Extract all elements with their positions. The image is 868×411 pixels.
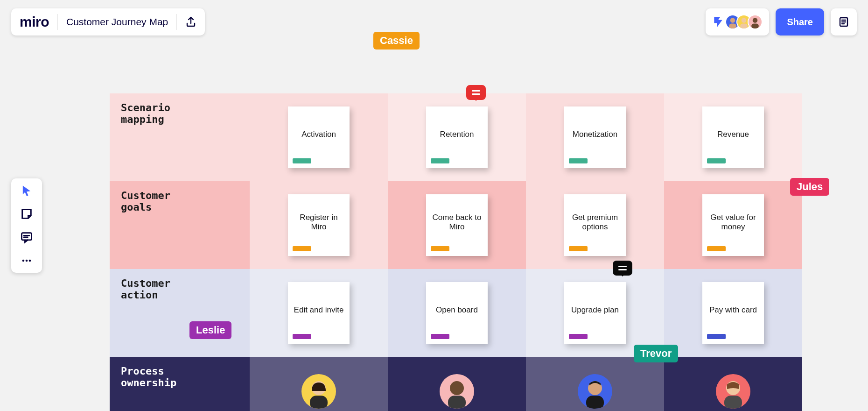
cell[interactable]: Revenue bbox=[664, 93, 802, 181]
note-tag bbox=[707, 334, 726, 339]
cell[interactable]: .r1 .bubble::after{border-top-color:#e63… bbox=[388, 93, 526, 181]
note-tag bbox=[707, 246, 726, 251]
topbar-left: miro Customer Journey Map bbox=[11, 8, 205, 35]
note-tag bbox=[293, 334, 311, 339]
svg-point-0 bbox=[730, 18, 735, 23]
cursor-tag-jules: Jules bbox=[790, 178, 829, 196]
left-toolbox bbox=[11, 178, 42, 273]
comment-tool-icon[interactable] bbox=[20, 231, 33, 244]
note-text: Retention bbox=[440, 130, 474, 139]
note-tag bbox=[569, 158, 588, 163]
avatar[interactable] bbox=[748, 14, 763, 29]
note-tag bbox=[431, 158, 449, 163]
owner-avatar[interactable] bbox=[578, 374, 612, 409]
note-tag bbox=[569, 246, 588, 251]
sticky-note[interactable]: Monetization bbox=[564, 106, 626, 168]
row-label: Scenario mapping bbox=[110, 93, 250, 181]
cell[interactable] bbox=[250, 357, 388, 411]
svg-rect-5 bbox=[752, 24, 759, 29]
svg-point-18 bbox=[450, 381, 464, 395]
cell[interactable]: Edit and invite bbox=[250, 269, 388, 357]
topbar-right: Share bbox=[706, 8, 857, 35]
note-text: Open board bbox=[436, 305, 478, 315]
svg-rect-17 bbox=[310, 396, 328, 409]
cell[interactable]: Pay with card bbox=[664, 269, 802, 357]
sticky-note[interactable]: Retention bbox=[426, 106, 488, 168]
note-text: Pay with card bbox=[709, 305, 757, 315]
note-text: Get premium options bbox=[569, 213, 621, 232]
sticky-note[interactable]: Pay with card bbox=[702, 282, 764, 344]
svg-point-2 bbox=[742, 18, 747, 23]
sticky-note[interactable]: Come back to Miro bbox=[426, 194, 488, 256]
row-label: Customer action bbox=[110, 269, 250, 357]
cell[interactable] bbox=[526, 357, 664, 411]
sticky-note[interactable]: Upgrade plan bbox=[564, 282, 626, 344]
sticky-note[interactable]: Revenue bbox=[702, 106, 764, 168]
owner-avatar[interactable] bbox=[716, 374, 750, 409]
row-goals: Customer goals Register in Miro Come bac… bbox=[110, 181, 803, 269]
cursor-tag-trevor: Trevor bbox=[634, 345, 678, 362]
svg-rect-23 bbox=[724, 396, 742, 409]
note-tag bbox=[431, 246, 449, 251]
notes-button[interactable] bbox=[831, 8, 857, 35]
avatar-stack[interactable] bbox=[729, 14, 763, 29]
divider bbox=[176, 14, 177, 30]
board-title[interactable]: Customer Journey Map bbox=[66, 16, 168, 28]
svg-rect-3 bbox=[741, 24, 748, 29]
note-text: Edit and invite bbox=[294, 305, 344, 315]
note-text: Monetization bbox=[573, 130, 617, 139]
svg-rect-1 bbox=[729, 24, 737, 29]
row-scenario: Scenario mapping Activation .r1 .bubble:… bbox=[110, 93, 803, 181]
cell[interactable]: Monetization bbox=[526, 93, 664, 181]
divider bbox=[57, 14, 58, 30]
note-tag bbox=[293, 158, 311, 163]
sticky-note[interactable]: Register in Miro bbox=[288, 194, 350, 256]
sticky-note[interactable]: Get value for money bbox=[702, 194, 764, 256]
select-tool-icon[interactable] bbox=[20, 184, 33, 197]
note-text: Come back to Miro bbox=[431, 213, 483, 232]
cursor-tag-cassie: Cassie bbox=[373, 32, 420, 50]
comment-icon[interactable] bbox=[613, 261, 632, 276]
cell[interactable]: Activation bbox=[250, 93, 388, 181]
share-button[interactable]: Share bbox=[776, 8, 824, 35]
cell[interactable]: Get value for money bbox=[664, 181, 802, 269]
note-tag bbox=[707, 158, 726, 163]
svg-point-15 bbox=[29, 260, 31, 262]
cell[interactable]: .r3 .bubble::after{border-top-color:#0a0… bbox=[526, 269, 664, 357]
cell[interactable] bbox=[388, 357, 526, 411]
cell[interactable]: Register in Miro bbox=[250, 181, 388, 269]
svg-rect-21 bbox=[586, 396, 604, 409]
svg-point-13 bbox=[22, 260, 25, 262]
sticky-note-tool-icon[interactable] bbox=[20, 207, 33, 220]
row-action: Customer action Edit and invite Open boa… bbox=[110, 269, 803, 357]
journey-map-canvas[interactable]: Scenario mapping Activation .r1 .bubble:… bbox=[110, 93, 803, 411]
row-label: Customer goals bbox=[110, 181, 250, 269]
row-ownership: Process ownership bbox=[110, 357, 803, 411]
note-text: Revenue bbox=[717, 130, 749, 139]
row-label: Process ownership bbox=[110, 357, 250, 411]
cursor-tag-leslie: Leslie bbox=[189, 321, 231, 339]
note-tag bbox=[431, 334, 449, 339]
sticky-note[interactable]: Open board bbox=[426, 282, 488, 344]
cell[interactable]: Come back to Miro bbox=[388, 181, 526, 269]
sticky-note[interactable]: Get premium options bbox=[564, 194, 626, 256]
more-tools-icon[interactable] bbox=[20, 254, 33, 267]
cell[interactable] bbox=[664, 357, 802, 411]
note-text: Register in Miro bbox=[293, 213, 345, 232]
cell[interactable]: Open board bbox=[388, 269, 526, 357]
sticky-note[interactable]: Activation bbox=[288, 106, 350, 168]
owner-avatar[interactable] bbox=[301, 374, 336, 409]
comment-icon[interactable] bbox=[466, 85, 486, 100]
svg-rect-10 bbox=[22, 233, 32, 240]
note-text: Get value for money bbox=[707, 213, 759, 232]
cell[interactable]: Get premium options bbox=[526, 181, 664, 269]
sticky-note[interactable]: Edit and invite bbox=[288, 282, 350, 344]
owner-avatar[interactable] bbox=[440, 374, 474, 409]
collaborators-pill[interactable] bbox=[706, 8, 769, 35]
app-logo[interactable]: miro bbox=[20, 14, 49, 30]
svg-point-4 bbox=[753, 18, 758, 23]
note-text: Activation bbox=[301, 130, 336, 139]
export-icon[interactable] bbox=[185, 16, 196, 28]
facilitation-icon[interactable] bbox=[712, 16, 724, 28]
svg-rect-19 bbox=[448, 396, 466, 409]
